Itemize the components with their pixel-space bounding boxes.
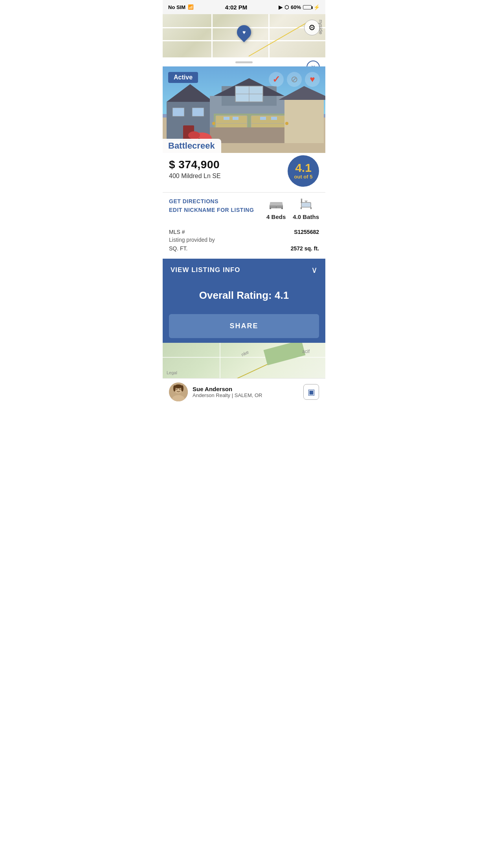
status-left: No SIM 📶 [168, 4, 194, 10]
bluetooth-icon: ⬡ [284, 4, 289, 10]
neighborhood-name: Battlecreek [168, 141, 215, 151]
battery-bar [303, 5, 312, 9]
svg-rect-39 [281, 208, 283, 209]
map-road [268, 14, 270, 57]
agent-avatar [169, 383, 188, 401]
rating-number: 4.1 [295, 162, 312, 174]
map-bottom-road [163, 357, 325, 358]
sheet-handle-area: × [163, 57, 325, 66]
rating-circle: 4.1 out of 5 [288, 155, 319, 187]
status-right: ▶ ⬡ 60% ⚡ [279, 4, 320, 10]
overall-rating-bar: Overall Rating: 4.1 [163, 281, 325, 309]
share-section: SHARE [163, 309, 325, 343]
map-bottom[interactable]: Legal nke acif [163, 343, 325, 378]
svg-point-55 [173, 385, 176, 392]
property-price: $ 374,900 [169, 158, 284, 171]
svg-point-31 [212, 122, 215, 125]
nickname-link[interactable]: EDIT NICKNAME FOR LISTING [169, 207, 254, 213]
svg-rect-48 [305, 200, 308, 201]
svg-rect-41 [302, 203, 310, 207]
svg-rect-26 [284, 100, 324, 143]
active-badge: Active [168, 72, 198, 83]
heart-icon: ♥ [310, 74, 315, 85]
svg-rect-25 [210, 127, 288, 143]
svg-rect-17 [224, 117, 229, 120]
action-buttons: ✓ ⊘ ♥ [269, 72, 320, 87]
view-listing-bar[interactable]: VIEW LISTING INFO ∨ [163, 259, 325, 281]
agent-name: Sue Anderson [193, 386, 262, 392]
svg-rect-23 [260, 117, 266, 120]
svg-rect-24 [271, 117, 277, 120]
rating-outof: out of 5 [294, 174, 313, 180]
neighborhood-label: Battlecreek [163, 139, 221, 153]
carrier-label: No SIM [168, 4, 185, 10]
map-pin[interactable]: ♥ [234, 22, 254, 42]
listing-provided-label: Listing provided by [169, 237, 215, 243]
map-green-area [264, 343, 306, 365]
svg-point-52 [176, 389, 178, 390]
mls-section: MLS # S1255682 Listing provided by SQ. F… [163, 223, 325, 259]
beds-label: 4 Beds [266, 213, 286, 220]
view-listing-label: VIEW LISTING INFO [171, 266, 240, 274]
mls-number: S1255682 [294, 229, 319, 235]
svg-point-29 [188, 131, 200, 139]
map-street-label-2: acif [302, 349, 310, 354]
listing-provided-row: Listing provided by [169, 237, 319, 243]
map-side-label: nyside [316, 18, 325, 36]
legal-label[interactable]: Legal [167, 370, 177, 375]
wifi-icon: 📶 [188, 4, 194, 10]
beds-item: 4 Beds [266, 200, 286, 220]
drag-handle[interactable] [235, 61, 253, 63]
map-bottom-road-v [220, 343, 220, 378]
check-button[interactable]: ✓ [269, 72, 284, 87]
time-label: 4:02 PM [225, 4, 248, 11]
property-address: 400 Mildred Ln SE [169, 173, 284, 180]
map-street-label: nke [240, 349, 250, 358]
price-address: $ 374,900 400 Mildred Ln SE [169, 158, 284, 180]
active-label: Active [174, 74, 193, 81]
settings-icon: ⚙ [308, 23, 316, 32]
svg-point-32 [285, 122, 288, 125]
agent-company: Anderson Realty | SALEM, OR [193, 392, 262, 398]
check-icon: ✓ [272, 74, 280, 85]
mls-label: MLS # [169, 229, 185, 235]
svg-rect-38 [270, 208, 271, 209]
svg-point-54 [174, 384, 182, 388]
agent-device-button[interactable]: ▣ [303, 384, 319, 400]
sqft-label: SQ. FT. [169, 245, 187, 252]
property-info-section: $ 374,900 400 Mildred Ln SE 4.1 out of 5 [163, 153, 325, 187]
svg-rect-4 [192, 108, 204, 116]
svg-rect-42 [301, 207, 302, 209]
agent-info: Sue Anderson Anderson Realty | SALEM, OR [169, 383, 262, 401]
svg-rect-18 [233, 117, 238, 120]
overall-rating-text: Overall Rating: 4.1 [199, 289, 289, 301]
svg-point-46 [301, 199, 302, 200]
sqft-row: SQ. FT. 2572 sq. ft. [169, 245, 319, 252]
directions-link[interactable]: GET DIRECTIONS [169, 198, 254, 204]
divider-1 [163, 192, 325, 193]
status-bar: No SIM 📶 4:02 PM ▶ ⬡ 60% ⚡ [163, 0, 325, 14]
map-road-diagonal [249, 20, 310, 57]
agent-details: Sue Anderson Anderson Realty | SALEM, OR [193, 386, 262, 398]
chevron-down-icon: ∨ [311, 265, 317, 275]
block-button[interactable]: ⊘ [287, 72, 302, 87]
property-image: Active ✓ ⊘ ♥ Battlecreek [163, 66, 325, 153]
mls-row: MLS # S1255682 [169, 229, 319, 235]
svg-rect-3 [172, 108, 184, 116]
beds-icon [269, 200, 283, 212]
map-road [211, 14, 213, 57]
svg-rect-37 [270, 202, 283, 205]
links-column: GET DIRECTIONS EDIT NICKNAME FOR LISTING [169, 198, 254, 213]
price-address-row: $ 374,900 400 Mildred Ln SE 4.1 out of 5 [169, 158, 319, 187]
baths-icon [300, 198, 312, 212]
favorite-button[interactable]: ♥ [305, 72, 320, 87]
agent-bar: Sue Anderson Anderson Realty | SALEM, OR… [163, 378, 325, 405]
svg-rect-36 [277, 206, 282, 208]
location-icon: ▶ [279, 4, 283, 10]
charging-icon: ⚡ [314, 4, 320, 10]
baths-item: 4.0 Baths [293, 198, 319, 220]
sqft-value: 2572 sq. ft. [291, 245, 319, 252]
share-button[interactable]: SHARE [169, 314, 319, 338]
map-preview[interactable]: ♥ ⚙ nyside [163, 14, 325, 57]
map-pin-heart-icon: ♥ [242, 29, 246, 35]
